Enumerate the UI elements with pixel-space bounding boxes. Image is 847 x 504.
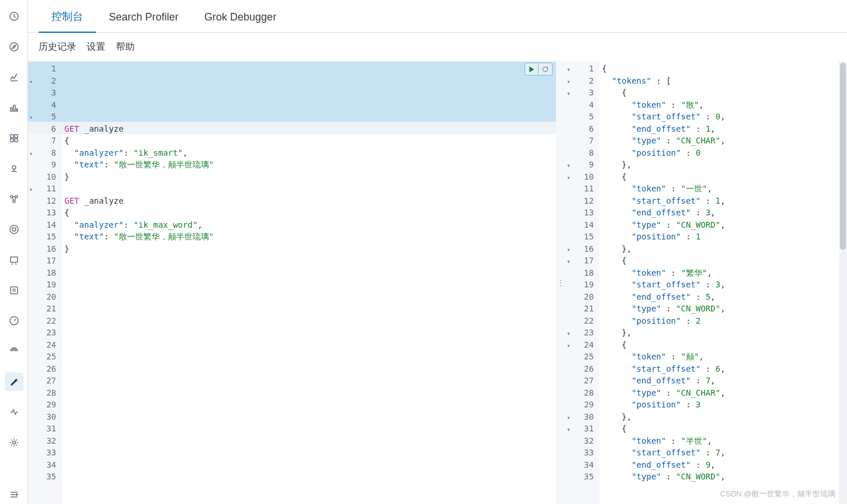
fold-toggle-icon[interactable]: ▾ (567, 256, 570, 268)
nav-uptime-icon[interactable] (5, 68, 23, 87)
code-line[interactable]: "position" : 0 (599, 147, 847, 159)
code-line[interactable]: { (62, 135, 556, 147)
code-line[interactable]: "position" : 3 (599, 399, 847, 411)
fold-toggle-icon[interactable]: ▾ (567, 424, 570, 436)
menu-item-1[interactable]: 设置 (87, 41, 105, 53)
code-line[interactable] (62, 183, 556, 195)
nav-gear-icon[interactable] (5, 433, 23, 452)
request-options-button[interactable] (539, 63, 553, 76)
code-line[interactable]: { (599, 339, 847, 351)
code-line[interactable] (62, 339, 556, 351)
code-line[interactable]: "end_offset" : 5, (599, 291, 847, 303)
code-line[interactable]: "type" : "CN_CHAR", (599, 387, 847, 399)
tab-2[interactable]: Grok Debugger (191, 3, 289, 33)
tab-1[interactable]: Search Profiler (96, 3, 191, 33)
code-line[interactable]: { (599, 423, 847, 435)
nav-metrics-icon[interactable] (5, 311, 23, 330)
code-line[interactable]: } (62, 243, 556, 255)
pane-resizer[interactable]: ⋮ (556, 61, 565, 504)
code-line[interactable] (62, 387, 556, 399)
code-line[interactable] (62, 351, 556, 363)
code-line[interactable]: { (599, 63, 847, 75)
code-line[interactable] (62, 303, 556, 315)
code-line[interactable]: "start_offset" : 7, (599, 447, 847, 459)
fold-toggle-icon[interactable]: ▾ (567, 328, 570, 340)
code-line[interactable]: }, (599, 327, 847, 339)
code-line[interactable]: "token" : "颠", (599, 351, 847, 363)
code-line[interactable]: "end_offset" : 9, (599, 459, 847, 471)
code-line[interactable]: "position" : 2 (599, 315, 847, 327)
code-line[interactable]: "token" : "繁华", (599, 267, 847, 279)
code-line[interactable]: { (599, 255, 847, 267)
code-line[interactable] (62, 363, 556, 375)
fold-toggle-icon[interactable]: ▾ (567, 172, 570, 184)
nav-graph-icon[interactable] (5, 190, 23, 208)
code-line[interactable]: { (599, 87, 847, 99)
code-line[interactable]: }, (599, 411, 847, 423)
code-line[interactable]: { (599, 171, 847, 183)
response-viewer[interactable]: 1▾2▾3▾456789▾10▾111213141516▾17▾18192021… (565, 61, 847, 504)
fold-toggle-icon[interactable]: ▾ (567, 244, 570, 256)
nav-wrench-icon[interactable] (5, 372, 23, 391)
code-line[interactable]: "token" : "散", (599, 99, 847, 111)
request-editor[interactable]: 12▾345▾678▾91011▾12131415161718192021222… (28, 61, 556, 504)
code-line[interactable]: "token" : "半世", (599, 435, 847, 447)
code-line[interactable] (62, 375, 556, 387)
code-line[interactable]: "end_offset" : 7, (599, 375, 847, 387)
code-line[interactable]: }, (599, 243, 847, 255)
code-line[interactable] (62, 411, 556, 423)
nav-logs-icon[interactable] (5, 281, 23, 300)
fold-toggle-icon[interactable]: ▾ (29, 112, 33, 124)
code-line[interactable] (62, 327, 556, 339)
fold-toggle-icon[interactable]: ▾ (567, 88, 570, 100)
code-line[interactable]: "start_offset" : 6, (599, 363, 847, 375)
code-line[interactable]: "type" : "CN_WORD", (599, 219, 847, 231)
nav-ml-icon[interactable] (5, 220, 23, 239)
code-line[interactable]: "type" : "CN_CHAR", (599, 135, 847, 147)
fold-toggle-icon[interactable]: ▾ (567, 340, 570, 352)
code-line[interactable]: "text": "散一世繁华，颠半世琉璃" (62, 159, 556, 171)
nav-canvas-icon[interactable] (5, 251, 23, 269)
code-line[interactable] (62, 267, 556, 279)
code-line[interactable]: "start_offset" : 0, (599, 111, 847, 123)
code-line[interactable] (62, 423, 556, 435)
fold-toggle-icon[interactable]: ▾ (567, 76, 570, 88)
nav-maps-icon[interactable] (5, 159, 23, 178)
code-line[interactable]: GET _analyze (62, 123, 556, 135)
code-line[interactable] (62, 447, 556, 459)
code-line[interactable] (62, 399, 556, 411)
code-line[interactable]: "tokens" : [ (599, 75, 847, 87)
code-line[interactable]: } (62, 171, 556, 183)
fold-toggle-icon[interactable]: ▾ (29, 184, 33, 196)
nav-apm-icon[interactable] (5, 342, 23, 361)
code-line[interactable]: "type" : "CN_WORD", (599, 471, 847, 483)
code-line[interactable]: "analyzer": "ik_smart", (62, 147, 556, 159)
code-line[interactable] (62, 483, 556, 495)
menu-item-0[interactable]: 历史记录 (39, 41, 76, 53)
code-line[interactable]: }, (599, 159, 847, 171)
code-line[interactable]: "end_offset" : 1, (599, 123, 847, 135)
code-line[interactable] (62, 291, 556, 303)
code-line[interactable]: "start_offset" : 3, (599, 279, 847, 291)
fold-toggle-icon[interactable]: ▾ (567, 412, 570, 424)
code-line[interactable]: GET _analyze (62, 195, 556, 207)
fold-toggle-icon[interactable]: ▾ (567, 160, 570, 172)
code-line[interactable] (62, 495, 556, 504)
code-line[interactable]: { (62, 207, 556, 219)
code-line[interactable] (62, 315, 556, 327)
fold-toggle-icon[interactable]: ▾ (567, 64, 570, 76)
fold-toggle-icon[interactable]: ▾ (29, 148, 33, 160)
nav-dashboard-icon[interactable] (5, 129, 23, 148)
fold-toggle-icon[interactable]: ▾ (29, 76, 33, 88)
code-line[interactable]: "type" : "CN_WORD", (599, 303, 847, 315)
run-request-button[interactable] (524, 63, 539, 76)
nav-collapse-icon[interactable] (5, 485, 23, 504)
code-line[interactable]: "text": "散一世繁华，颠半世琉璃" (62, 231, 556, 243)
nav-compass-icon[interactable] (5, 37, 23, 56)
code-line[interactable]: "analyzer": "ik_max_word", (62, 219, 556, 231)
menu-item-2[interactable]: 帮助 (116, 41, 135, 53)
code-line[interactable] (62, 459, 556, 471)
nav-clock-icon[interactable] (5, 7, 23, 26)
code-line[interactable] (62, 279, 556, 291)
code-line[interactable]: "end_offset" : 3, (599, 207, 847, 219)
